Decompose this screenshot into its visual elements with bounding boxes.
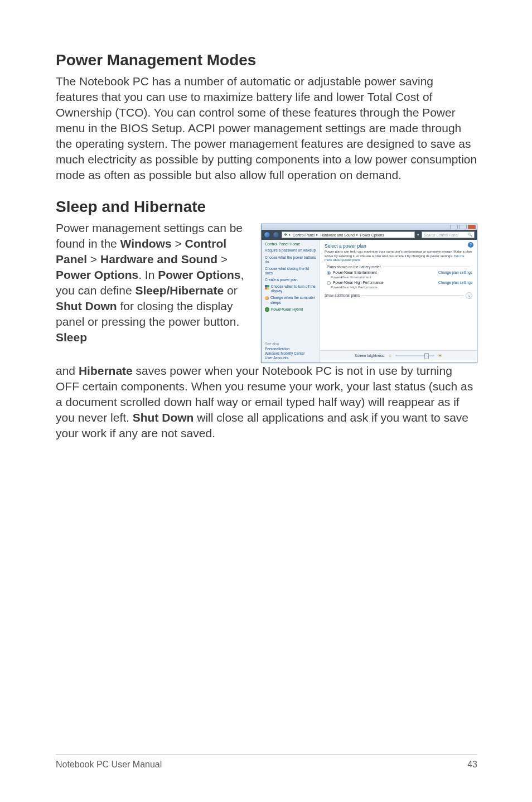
search-icon: 🔍 bbox=[468, 233, 472, 237]
page-footer: Notebook PC User Manual 43 bbox=[56, 755, 477, 770]
sidebar-link[interactable]: Choose what closing the lid does bbox=[265, 267, 316, 276]
address-bar: ❖ ▸ Control Panel ▸ Hardware and Sound ▸… bbox=[262, 230, 477, 240]
bold-sleep-hibernate: Sleep/Hibernate bbox=[135, 284, 224, 297]
change-plan-link[interactable]: Change plan settings bbox=[438, 281, 472, 284]
bold-windows: Windows bbox=[120, 237, 172, 250]
text-fragment: > bbox=[172, 237, 185, 250]
screenshot-power-options-window: ❖ ▸ Control Panel ▸ Hardware and Sound ▸… bbox=[261, 224, 477, 363]
search-input[interactable]: Search Control Panel 🔍 bbox=[422, 231, 475, 238]
bold-shut-down: Shut Down bbox=[56, 299, 117, 312]
power4gear-icon bbox=[265, 307, 269, 312]
chevron-down-icon[interactable]: ⌄ bbox=[466, 292, 472, 299]
search-placeholder: Search Control Panel bbox=[424, 233, 458, 237]
breadcrumb-item[interactable]: Power Options bbox=[360, 233, 384, 237]
paragraph-hibernate: and Hibernate saves power when your Note… bbox=[56, 363, 477, 441]
radio-plan-2[interactable] bbox=[327, 281, 331, 285]
sidebar-power4gear[interactable]: Power4Gear Hybrid bbox=[265, 307, 316, 312]
main-content: ? Select a power plan Power plans can he… bbox=[320, 240, 477, 363]
close-button[interactable] bbox=[468, 225, 476, 229]
sidebar-link[interactable]: Require a password on wakeup bbox=[265, 248, 316, 253]
sidebar-link[interactable]: Create a power plan bbox=[265, 278, 316, 282]
heading-sleep-hibernate: Sleep and Hibernate bbox=[56, 198, 477, 216]
back-button[interactable] bbox=[264, 231, 270, 238]
text-fragment: > bbox=[87, 253, 100, 265]
text-fragment: or bbox=[224, 284, 238, 297]
bold-shut-down-2: Shut Down bbox=[133, 411, 194, 424]
bold-hibernate: Hibernate bbox=[79, 364, 133, 377]
window-titlebar bbox=[262, 224, 477, 230]
text-fragment: > bbox=[217, 253, 228, 265]
sidebar-link[interactable]: Choose what the power buttons do bbox=[265, 255, 316, 264]
moon-icon bbox=[265, 296, 269, 300]
bold-power-options-2: Power Options bbox=[158, 268, 240, 281]
sun-bright-icon: ☀ bbox=[438, 353, 442, 359]
sidebar-link[interactable]: Change when the computer sleeps bbox=[270, 296, 316, 305]
sidebar-link[interactable]: Choose when to turn off the display bbox=[271, 284, 316, 293]
sidebar-home[interactable]: Control Panel Home bbox=[265, 242, 316, 246]
fieldset-label: Plans shown on the battery meter bbox=[325, 265, 472, 269]
main-description: Power plans can help you maximize your c… bbox=[325, 250, 472, 263]
breadcrumb-item[interactable]: Hardware and Sound bbox=[320, 233, 354, 237]
shield-icon bbox=[265, 285, 269, 289]
see-also-link[interactable]: User Accounts bbox=[265, 356, 316, 360]
page-number: 43 bbox=[467, 760, 477, 770]
brightness-bar: Screen brightness: ☼ ☀ bbox=[320, 350, 477, 360]
text-fragment: and bbox=[56, 364, 79, 377]
plan-row: Power4Gear Entertainment Change plan set… bbox=[327, 270, 472, 275]
see-also-header: See also bbox=[265, 342, 316, 346]
paragraph-power-modes: The Notebook PC has a number of automati… bbox=[56, 74, 477, 182]
footer-title: Notebook PC User Manual bbox=[56, 760, 162, 770]
brightness-slider[interactable] bbox=[395, 355, 434, 356]
plan-subtitle: Power4Gear Entertainment bbox=[331, 276, 472, 279]
main-title: Select a power plan bbox=[325, 243, 472, 249]
see-also-link[interactable]: Personalization bbox=[265, 347, 316, 351]
sidebar: Control Panel Home Require a password on… bbox=[262, 240, 320, 363]
forward-button[interactable] bbox=[273, 231, 279, 238]
sun-dim-icon: ☼ bbox=[388, 353, 392, 358]
bold-power-options: Power Options bbox=[56, 268, 138, 281]
minimize-button[interactable] bbox=[450, 225, 458, 229]
breadcrumb[interactable]: ❖ ▸ Control Panel ▸ Hardware and Sound ▸… bbox=[282, 231, 415, 238]
plan-row: Power4Gear High Performance Change plan … bbox=[327, 281, 472, 285]
change-plan-link[interactable]: Change plan settings bbox=[438, 270, 472, 274]
plan-subtitle: Power4Gear High Performance bbox=[331, 286, 472, 289]
show-additional-plans[interactable]: Show additional plans⌄ bbox=[325, 292, 472, 299]
plan-name: Power4Gear Entertainment bbox=[333, 270, 377, 274]
text-fragment: . In bbox=[138, 268, 158, 281]
plan-name: Power4Gear High Performance bbox=[333, 281, 384, 284]
paragraph-path: Power management settings can be found i… bbox=[56, 220, 253, 345]
help-icon[interactable]: ? bbox=[468, 242, 473, 248]
heading-power-modes: Power Management Modes bbox=[56, 51, 477, 69]
maximize-button[interactable] bbox=[459, 225, 467, 229]
brightness-label: Screen brightness: bbox=[355, 354, 385, 357]
bold-hardware-sound: Hardware and Sound bbox=[100, 253, 217, 265]
radio-plan-1[interactable] bbox=[327, 271, 331, 275]
breadcrumb-item[interactable]: Control Panel bbox=[293, 233, 315, 237]
see-also-section: See also Personalization Windows Mobilit… bbox=[265, 342, 316, 360]
see-also-link[interactable]: Windows Mobility Center bbox=[265, 351, 316, 356]
bold-sleep: Sleep bbox=[56, 331, 87, 344]
